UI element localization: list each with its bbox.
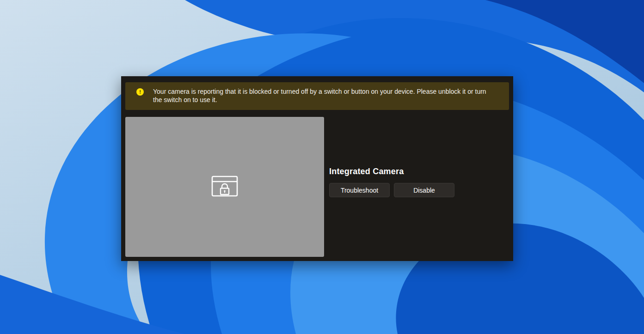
warning-icon: !: [136, 88, 144, 96]
desktop: ! Your camera is reporting that it is bl…: [0, 0, 644, 334]
camera-settings-window: ! Your camera is reporting that it is bl…: [121, 76, 513, 261]
disable-button[interactable]: Disable: [394, 183, 454, 197]
action-row: Troubleshoot Disable: [329, 183, 454, 197]
device-panel: Integrated Camera Troubleshoot Disable: [329, 167, 454, 197]
camera-blocked-warning-banner: ! Your camera is reporting that it is bl…: [125, 82, 509, 110]
camera-preview: [125, 117, 324, 257]
camera-blocked-lock-icon: [211, 176, 238, 199]
troubleshoot-button[interactable]: Troubleshoot: [329, 183, 390, 197]
camera-name: Integrated Camera: [329, 167, 454, 176]
warning-banner-text: Your camera is reporting that it is bloc…: [153, 87, 495, 104]
